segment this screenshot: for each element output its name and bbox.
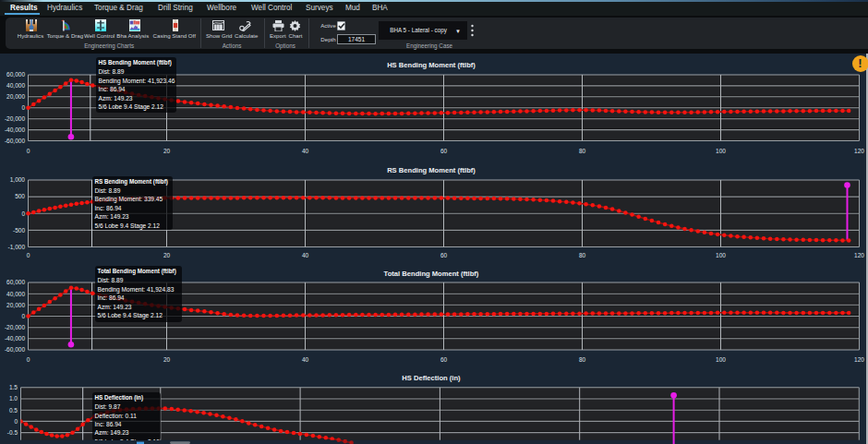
svg-text:0.5: 0.5 — [9, 407, 18, 414]
svg-text:120: 120 — [854, 148, 864, 154]
svg-text:20,000: 20,000 — [6, 302, 25, 308]
svg-text:60: 60 — [440, 356, 448, 363]
svg-text:0: 0 — [14, 418, 18, 425]
svg-text:40: 40 — [302, 148, 309, 154]
svg-text:1.5: 1.5 — [9, 384, 18, 390]
svg-text:60: 60 — [440, 252, 448, 258]
svg-text:HS Deflection (in): HS Deflection (in) — [402, 374, 461, 382]
svg-text:0: 0 — [21, 210, 25, 217]
svg-text:60: 60 — [440, 148, 448, 154]
svg-text:40,000: 40,000 — [6, 291, 25, 297]
svg-text:40,000: 40,000 — [6, 82, 25, 89]
svg-text:100: 100 — [716, 148, 726, 154]
svg-text:40: 40 — [302, 252, 309, 258]
svg-text:120: 120 — [854, 252, 864, 258]
svg-text:-1,000: -1,000 — [8, 244, 26, 250]
svg-text:1.0: 1.0 — [9, 395, 18, 402]
svg-text:60,000: 60,000 — [6, 71, 25, 78]
svg-text:20,000: 20,000 — [6, 93, 25, 100]
svg-text:20: 20 — [163, 252, 171, 258]
svg-text:HS Bending Moment (ftlbf): HS Bending Moment (ftlbf) — [387, 61, 476, 69]
svg-text:60,000: 60,000 — [6, 279, 25, 285]
svg-text:-0.5: -0.5 — [7, 429, 18, 436]
svg-text:500: 500 — [15, 193, 25, 199]
svg-text:80: 80 — [579, 252, 586, 258]
svg-text:100: 100 — [716, 252, 726, 258]
svg-text:-40,000: -40,000 — [5, 335, 25, 342]
svg-text:0: 0 — [27, 148, 30, 154]
svg-text:20: 20 — [163, 356, 171, 363]
svg-text:-60,000: -60,000 — [5, 138, 25, 144]
svg-text:-60,000: -60,000 — [5, 346, 25, 353]
svg-text:80: 80 — [579, 148, 586, 154]
svg-text:0: 0 — [21, 313, 25, 319]
svg-text:0: 0 — [27, 356, 30, 363]
svg-text:-20,000: -20,000 — [5, 324, 25, 330]
svg-text:-500: -500 — [13, 227, 25, 234]
svg-text:120: 120 — [854, 356, 864, 363]
svg-text:80: 80 — [579, 356, 586, 363]
svg-text:100: 100 — [716, 356, 726, 363]
svg-text:1,000: 1,000 — [10, 176, 26, 183]
svg-text:0: 0 — [21, 104, 25, 111]
svg-text:-20,000: -20,000 — [5, 115, 25, 122]
svg-text:40: 40 — [302, 356, 309, 363]
svg-text:20: 20 — [163, 148, 171, 154]
svg-text:0: 0 — [27, 252, 30, 258]
svg-text:-40,000: -40,000 — [5, 126, 25, 133]
svg-text:RS Bending Moment (ftlbf): RS Bending Moment (ftlbf) — [387, 166, 476, 174]
svg-text:Total Bending Moment (ftlbf): Total Bending Moment (ftlbf) — [384, 270, 479, 278]
